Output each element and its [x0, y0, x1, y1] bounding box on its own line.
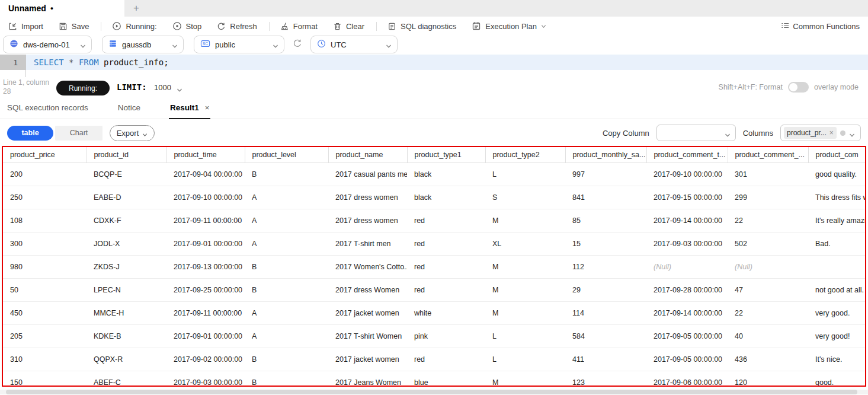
column-header[interactable]: product_comment_... — [728, 147, 808, 163]
table-cell: 2017 T-shirt men — [328, 232, 407, 255]
execution-plan-button[interactable]: Execution Plan — [472, 21, 546, 31]
table-cell: 2017-09-25 00:00:00 — [166, 278, 245, 301]
copy-column-select[interactable] — [656, 125, 736, 141]
table-cell: blue — [407, 371, 485, 387]
import-button[interactable]: Import — [8, 22, 43, 31]
column-header[interactable]: product_level — [245, 147, 328, 163]
tab-notice[interactable]: Notice — [117, 100, 142, 118]
column-header[interactable]: product_time — [166, 147, 245, 163]
table-cell: It's nice. — [808, 348, 866, 371]
editor-line-1[interactable]: 1 SELECT * FROM product_info; — [0, 55, 868, 70]
table-cell: good. — [808, 371, 866, 387]
format-button[interactable]: Format — [280, 22, 318, 31]
table-cell: This dress fits we — [808, 186, 866, 209]
sql-code-line: SELECT * FROM product_info; — [26, 55, 169, 70]
table-cell: L — [485, 324, 565, 348]
remove-tag-icon[interactable]: × — [829, 129, 834, 137]
table-cell: 2017 jacket women — [328, 301, 407, 324]
table-cell: 2017-09-02 00:00:00 — [166, 348, 245, 371]
table-row[interactable]: 450MMCE-H2017-09-11 00:00:00A2017 jacket… — [3, 301, 866, 324]
clear-button[interactable]: Clear — [333, 22, 364, 31]
table-row[interactable]: 150ABEF-C2017-09-03 00:00:00B2017 Jeans … — [3, 371, 866, 387]
table-cell: 301 — [728, 163, 808, 186]
column-header[interactable]: product_comment_t... — [646, 147, 728, 163]
toolbar-divider — [269, 22, 270, 31]
table-cell: 200 — [3, 163, 87, 186]
overlay-mode-toggle[interactable] — [788, 82, 809, 93]
columns-label: Columns — [743, 129, 773, 138]
execution-plan-label: Execution Plan — [485, 22, 537, 31]
timezone-select[interactable]: UTC — [310, 36, 398, 53]
table-cell: M — [485, 255, 565, 278]
tab-sql-execution-records[interactable]: SQL execution records — [6, 100, 89, 118]
common-functions-button[interactable]: Common Functions — [781, 21, 860, 31]
table-cell: 2017-09-01 00:00:00 — [166, 324, 245, 348]
chart-view-button[interactable]: Chart — [55, 126, 103, 141]
sql-diagnostics-button[interactable]: SQL diagnostics — [387, 22, 456, 31]
stop-button[interactable]: Stop — [172, 21, 202, 31]
table-cell: black — [407, 163, 485, 186]
column-header[interactable]: product_name — [328, 147, 407, 163]
refresh-schema-icon[interactable] — [293, 39, 302, 50]
toolbar-divider — [101, 22, 101, 31]
limit-value-dropdown[interactable]: 1000 — [154, 83, 171, 92]
table-cell: 2017-09-03 00:00:00 — [646, 232, 728, 255]
column-header[interactable]: product_type1 — [407, 147, 485, 163]
horizontal-scrollbar-thumb[interactable] — [6, 390, 857, 394]
editor-gutter — [0, 70, 26, 77]
table-cell: BCQP-E — [87, 163, 166, 186]
columns-filter-select[interactable]: product_pr... × — [780, 125, 861, 141]
table-cell: QQPX-R — [87, 348, 166, 371]
table-cell: M — [485, 209, 565, 232]
column-header[interactable]: product_type2 — [485, 147, 565, 163]
database-name: gaussdb — [122, 40, 172, 49]
table-row[interactable]: 980ZKDS-J2017-09-13 00:00:00B2017 Women'… — [3, 255, 866, 278]
table-row[interactable]: 300JODL-X2017-09-01 00:00:00A2017 T-shir… — [3, 232, 866, 255]
result-table-container: product_priceproduct_idproduct_timeprodu… — [2, 146, 866, 387]
export-button[interactable]: Export — [110, 125, 155, 141]
run-button[interactable]: Running: — [112, 21, 156, 31]
table-cell: B — [245, 163, 328, 186]
tab-unnamed[interactable]: Unnamed ● — [0, 0, 124, 17]
table-row[interactable]: 250EABE-D2017-09-10 00:00:00A2017 dress … — [3, 186, 866, 209]
table-cell: 2017 Jeans Women — [328, 371, 407, 387]
import-icon — [8, 22, 17, 31]
chevron-down-icon — [273, 42, 278, 47]
column-header[interactable]: product_monthly_sa... — [565, 147, 646, 163]
refresh-button[interactable]: Refresh — [217, 22, 257, 31]
table-cell: red — [407, 348, 485, 371]
column-header[interactable]: product_price — [3, 147, 87, 163]
cluster-name: dws-demo-01 — [23, 40, 80, 49]
format-shortcut-hint: Shift+Alt+F: Format — [719, 83, 783, 91]
horizontal-scrollbar-track[interactable] — [0, 390, 868, 394]
table-row[interactable]: 108CDXK-F2017-09-11 00:00:00A2017 dress … — [3, 209, 866, 232]
save-button[interactable]: Save — [59, 22, 89, 31]
tab-result1[interactable]: Result1 × — [169, 100, 210, 119]
chevron-down-icon[interactable] — [177, 85, 182, 95]
chevron-down-icon — [386, 42, 391, 47]
table-row[interactable]: 200BCQP-E2017-09-04 00:00:00B2017 casual… — [3, 163, 866, 186]
table-row[interactable]: 310QQPX-R2017-09-02 00:00:00B2017 jacket… — [3, 348, 866, 371]
table-cell: M — [485, 301, 565, 324]
unsaved-dot: ● — [50, 5, 53, 11]
table-view-button[interactable]: table — [7, 126, 53, 141]
new-tab-button[interactable]: + — [124, 0, 148, 17]
table-row[interactable]: 50LPEC-N2017-09-25 00:00:00B2017 dress W… — [3, 278, 866, 301]
table-cell: 2017 casual pants men — [328, 163, 407, 186]
column-header[interactable]: product_com — [808, 147, 866, 163]
table-cell: XL — [485, 232, 565, 255]
schema-select[interactable]: SC public — [194, 36, 284, 53]
cluster-icon — [9, 39, 18, 50]
table-row[interactable]: 205KDKE-B2017-09-01 00:00:00A2017 T-shir… — [3, 324, 866, 348]
table-cell: very good. — [808, 301, 866, 324]
table-cell: KDKE-B — [87, 324, 166, 348]
close-tab-icon[interactable]: × — [205, 103, 210, 112]
database-select[interactable]: gaussdb — [102, 36, 184, 53]
table-cell: 2017 jacket women — [328, 348, 407, 371]
table-cell: B — [245, 348, 328, 371]
cluster-select[interactable]: dws-demo-01 — [3, 36, 92, 53]
table-cell: 22 — [728, 301, 808, 324]
chevron-down-icon — [142, 130, 148, 136]
save-label: Save — [72, 22, 89, 31]
column-header[interactable]: product_id — [87, 147, 166, 163]
